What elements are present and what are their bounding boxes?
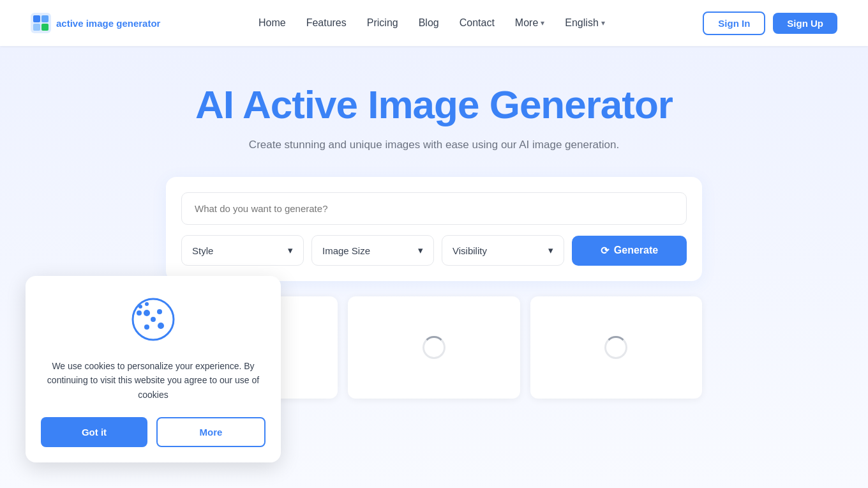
svg-point-9 xyxy=(144,324,149,330)
svg-point-13 xyxy=(145,302,149,306)
gotit-button[interactable]: Got it xyxy=(41,417,147,447)
svg-point-8 xyxy=(158,323,164,329)
cookie-buttons: Got it More xyxy=(41,417,266,447)
svg-point-10 xyxy=(151,317,156,322)
refresh-icon: ⟳ xyxy=(601,245,609,257)
nav-links: Home Features Pricing Blog Contact More … xyxy=(258,17,605,29)
cookie-icon-wrap xyxy=(128,294,179,347)
loading-spinner-2 xyxy=(423,336,445,359)
logo-icon xyxy=(31,13,51,33)
thumbnail-3 xyxy=(530,296,702,399)
thumbnail-2 xyxy=(348,296,520,399)
chevron-down-icon: ▾ xyxy=(541,19,544,27)
svg-rect-2 xyxy=(41,15,49,22)
cookie-icon xyxy=(128,294,179,345)
visibility-select[interactable]: Visibility ▾ xyxy=(442,235,564,266)
loading-spinner-3 xyxy=(604,336,627,359)
logo-link[interactable]: active image generator xyxy=(31,13,160,33)
style-chevron-icon: ▾ xyxy=(288,245,293,256)
nav-contact[interactable]: Contact xyxy=(460,17,495,28)
prompt-input[interactable] xyxy=(181,192,687,225)
nav-blog[interactable]: Blog xyxy=(419,17,439,28)
svg-rect-4 xyxy=(41,24,49,31)
style-label: Style xyxy=(192,245,213,256)
svg-point-11 xyxy=(137,310,142,316)
image-size-select[interactable]: Image Size ▾ xyxy=(311,235,434,266)
hero-subtitle: Create stunning and unique images with e… xyxy=(249,139,619,151)
svg-rect-1 xyxy=(33,15,40,22)
svg-point-12 xyxy=(138,305,142,309)
cookie-text: We use cookies to personalize your exper… xyxy=(41,359,266,402)
svg-rect-3 xyxy=(33,24,40,31)
signup-button[interactable]: Sign Up xyxy=(773,13,837,34)
nav-pricing[interactable]: Pricing xyxy=(367,17,398,28)
nav-home[interactable]: Home xyxy=(258,17,286,28)
generator-box: Style ▾ Image Size ▾ Visibility ▾ ⟳ Gene… xyxy=(166,177,702,281)
visibility-chevron-icon: ▾ xyxy=(548,245,553,256)
controls-row: Style ▾ Image Size ▾ Visibility ▾ ⟳ Gene… xyxy=(181,235,687,266)
image-size-chevron-icon: ▾ xyxy=(418,245,423,256)
svg-point-7 xyxy=(157,309,162,314)
cookie-banner: We use cookies to personalize your exper… xyxy=(26,276,281,462)
hero-title: AI Active Image Generator xyxy=(195,82,673,127)
image-size-label: Image Size xyxy=(322,245,370,256)
signin-button[interactable]: Sign In xyxy=(703,11,765,35)
nav-more-dropdown[interactable]: More ▾ xyxy=(515,17,544,29)
navbar: active image generator Home Features Pri… xyxy=(0,0,868,46)
visibility-label: Visibility xyxy=(453,245,487,256)
generate-button[interactable]: ⟳ Generate xyxy=(572,236,687,266)
logo-text: active image generator xyxy=(56,18,160,29)
nav-features[interactable]: Features xyxy=(306,17,347,28)
style-select[interactable]: Style ▾ xyxy=(181,235,304,266)
nav-english-dropdown[interactable]: English ▾ xyxy=(565,17,604,29)
more-button[interactable]: More xyxy=(156,417,266,447)
svg-point-6 xyxy=(144,310,150,316)
nav-actions: Sign In Sign Up xyxy=(703,11,837,35)
chevron-down-icon: ▾ xyxy=(601,19,605,27)
